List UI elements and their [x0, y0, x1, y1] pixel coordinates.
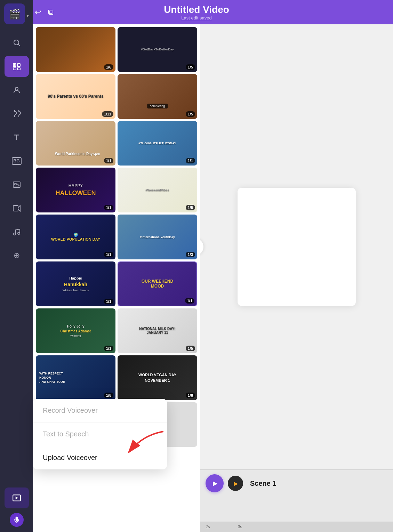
media-item[interactable]: completing 1/5: [118, 74, 197, 119]
media-item[interactable]: 🌍 WORLD POPULATION DAY 1/1: [36, 215, 115, 259]
media-badge: 1/8: [186, 393, 195, 398]
video-title: Untitled Video: [164, 4, 229, 15]
sidebar-item-break[interactable]: [5, 103, 29, 124]
text-to-speech-item[interactable]: Text to Speech: [33, 422, 167, 446]
media-badge: 1/1: [104, 158, 113, 163]
main-area: ‹ ▶ ▶ Scene 1 2s 3s: [200, 24, 393, 532]
media-item[interactable]: OUR WEEKEND MOOD 1/1: [118, 261, 197, 306]
media-badge: 1/5: [186, 346, 195, 351]
timeline: ▶ ▶ Scene 1 2s 3s: [200, 469, 393, 532]
play-button-small[interactable]: ▶: [228, 476, 243, 491]
media-item[interactable]: Holly Jolly Christmas Adams! Wishing 1/1: [36, 308, 115, 353]
sidebar-item-text[interactable]: T: [5, 127, 29, 148]
media-badge: 1/1: [186, 158, 195, 163]
sidebar-item-background[interactable]: BG: [5, 151, 29, 171]
timeline-controls: ▶ ▶ Scene 1: [200, 470, 393, 497]
duplicate-button[interactable]: ⧉: [48, 8, 54, 17]
svg-point-9: [15, 183, 16, 185]
voiceover-dropdown: Record Voiceover Text to Speech Upload V…: [33, 399, 167, 469]
media-item[interactable]: WORLD VEGAN DAY NOVEMBER 1 1/8: [118, 355, 197, 400]
preview-area: ‹: [200, 24, 393, 469]
svg-point-13: [18, 232, 20, 234]
media-item[interactable]: World Parkinson's DayApril 1/1: [36, 121, 115, 166]
media-badge: 1/1: [185, 298, 194, 304]
logo-chevron: ▾: [26, 13, 29, 18]
svg-rect-8: [13, 182, 20, 187]
media-item[interactable]: #WeekendVibes 1/5: [118, 168, 197, 212]
media-badge: 1/5: [186, 205, 195, 210]
header: ↩ ⧉ Untitled Video Last edit saved: [0, 0, 393, 24]
svg-rect-10: [13, 205, 18, 211]
sidebar-item-elements[interactable]: ⊕: [5, 245, 29, 266]
svg-rect-5: [17, 68, 20, 70]
svg-line-1: [18, 45, 20, 47]
media-badge: 1/11: [102, 111, 113, 117]
media-item[interactable]: #THOUGHTFULTUESDAY 1/1: [118, 121, 197, 166]
media-badge: 1/1: [104, 346, 113, 351]
header-title-area: Untitled Video Last edit saved: [164, 4, 229, 21]
play-button-large[interactable]: ▶: [206, 474, 224, 492]
timeline-ruler: 2s 3s: [200, 522, 393, 532]
media-item[interactable]: #GetBackToBetterDay 1/5: [118, 27, 197, 72]
record-voiceover-item[interactable]: Record Voiceover: [33, 399, 167, 422]
media-badge: 1/5: [186, 64, 195, 70]
media-item[interactable]: 1/6: [36, 27, 115, 72]
scene-label: Scene 1: [250, 479, 276, 487]
media-item[interactable]: 90's Parents vs 00's Parents 1/11: [36, 74, 115, 119]
svg-marker-15: [15, 497, 18, 500]
media-badge: 1/1: [104, 299, 113, 304]
sidebar-item-avatar[interactable]: [5, 80, 29, 100]
app-logo[interactable]: 🎬: [4, 3, 25, 24]
media-item[interactable]: HAPPY HALLOWEEN 1/1: [36, 168, 115, 212]
mic-button[interactable]: [10, 513, 24, 527]
sidebar-item-search[interactable]: [5, 32, 29, 53]
upload-voiceover-item[interactable]: Upload Voiceover: [33, 446, 167, 469]
svg-rect-3: [17, 64, 20, 66]
media-item[interactable]: #InternationalYouthDay 1/3: [118, 215, 197, 259]
media-badge: 1/1: [104, 205, 113, 210]
preview-canvas: [238, 188, 356, 306]
media-badge: 1/3: [186, 252, 195, 257]
media-item[interactable]: NATIONAL MILK DAY! JANUARY 11 1/5: [118, 308, 197, 353]
media-item[interactable]: WITH RESPECT HONOR AND GRATITUDE 1/8: [36, 355, 115, 400]
sidebar-item-media[interactable]: [5, 174, 29, 195]
media-badge: 1/1: [104, 252, 113, 257]
media-badge: 1/5: [186, 111, 195, 117]
svg-point-7: [15, 87, 18, 90]
sidebar-item-video[interactable]: [5, 198, 29, 219]
sidebar-item-templates[interactable]: [5, 56, 29, 77]
sidebar-item-music[interactable]: [5, 221, 29, 242]
undo-button[interactable]: ↩: [35, 8, 41, 17]
media-grid: 1/6 #GetBackToBetterDay 1/5 90's Parents…: [33, 24, 200, 450]
left-sidebar: 🎬 ▾ T BG ⊕: [0, 0, 33, 532]
save-status: Last edit saved: [164, 15, 229, 21]
media-badge: 1/8: [104, 393, 113, 398]
media-badge: 1/6: [104, 64, 113, 70]
svg-rect-4: [13, 68, 16, 70]
media-item[interactable]: Happie Hanukkah Wishes from James 1/1: [36, 261, 115, 306]
svg-point-12: [14, 233, 16, 235]
svg-point-0: [14, 40, 19, 45]
svg-point-6: [14, 64, 15, 66]
sidebar-item-scenes[interactable]: [5, 487, 29, 508]
